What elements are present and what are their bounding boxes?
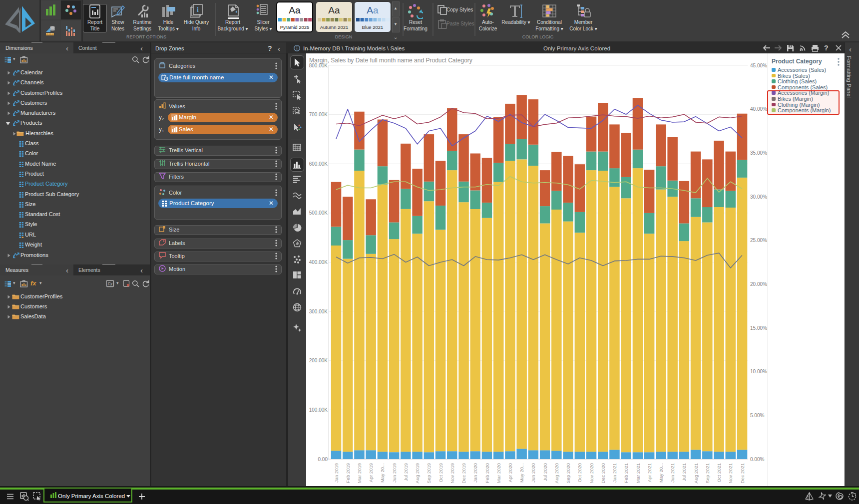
svg-text:Jan 2021: Jan 2021 [612, 463, 617, 483]
svg-text:300.00K: 300.00K [309, 309, 328, 314]
svg-text:Oct 2020: Oct 2020 [577, 463, 582, 483]
svg-text:Apr 2019: Apr 2019 [368, 463, 374, 483]
svg-text:30.00%: 30.00% [750, 194, 767, 200]
svg-text:35.00%: 35.00% [750, 150, 767, 156]
svg-text:400.00K: 400.00K [309, 259, 328, 265]
svg-text:25.00%: 25.00% [750, 238, 767, 243]
svg-text:i: i [197, 6, 199, 13]
svg-text:40.00%: 40.00% [750, 106, 767, 112]
svg-text:Feb 2020: Feb 2020 [484, 463, 490, 483]
svg-text:0.00: 0.00 [318, 457, 328, 462]
svg-text:5.00%: 5.00% [750, 413, 764, 418]
svg-text:10.00%: 10.00% [750, 369, 767, 374]
svg-text:20.00%: 20.00% [750, 281, 767, 287]
svg-text:Dec 2021: Dec 2021 [740, 463, 745, 484]
svg-text:Apr 2021: Apr 2021 [647, 463, 652, 483]
svg-text:Sep 2021: Sep 2021 [705, 463, 710, 484]
svg-text:Jan 2020: Jan 2020 [472, 463, 478, 483]
svg-text:Dec 2019: Dec 2019 [461, 463, 466, 484]
svg-text:500.00K: 500.00K [309, 210, 328, 216]
svg-text:Jun 2019: Jun 2019 [392, 463, 397, 483]
svg-text:Dec 2020: Dec 2020 [600, 463, 606, 484]
svg-text:Jul 2020: Jul 2020 [542, 463, 548, 481]
svg-text:Jul 2021: Jul 2021 [681, 463, 687, 481]
svg-text:0.00%: 0.00% [750, 457, 764, 462]
svg-text:200.00K: 200.00K [309, 358, 328, 363]
svg-text:Fx: Fx [107, 281, 112, 286]
svg-text:Feb 2021: Feb 2021 [623, 463, 629, 483]
svg-text:Aug 2021: Aug 2021 [693, 463, 699, 484]
svg-text:Nov 2019: Nov 2019 [449, 463, 455, 484]
svg-text:May 20...: May 20... [519, 463, 524, 483]
svg-text:Nov 2020: Nov 2020 [589, 463, 594, 484]
svg-text:May 20...: May 20... [658, 463, 664, 483]
svg-text:15.00%: 15.00% [750, 325, 767, 331]
svg-text:Nov 2021: Nov 2021 [728, 463, 733, 484]
svg-text:May 20...: May 20... [380, 463, 385, 483]
svg-text:100.00K: 100.00K [309, 407, 328, 413]
svg-text:Oct 2019: Oct 2019 [438, 463, 443, 483]
svg-text:Sep 2019: Sep 2019 [426, 463, 431, 484]
svg-text:600.00K: 600.00K [309, 161, 328, 167]
svg-text:Apr 2020: Apr 2020 [507, 463, 513, 483]
svg-text:Jul 2019: Jul 2019 [403, 463, 409, 481]
svg-text:Jan 2019: Jan 2019 [334, 463, 339, 483]
svg-text:45.00%: 45.00% [750, 63, 767, 68]
svg-text:Aug 2019: Aug 2019 [415, 463, 420, 484]
svg-text:Jun 2021: Jun 2021 [670, 463, 675, 483]
svg-text:Feb 2019: Feb 2019 [345, 463, 351, 483]
svg-text:Mar 2021: Mar 2021 [635, 463, 641, 483]
svg-text:Sep 2020: Sep 2020 [565, 463, 571, 484]
svg-text:Mar 2019: Mar 2019 [357, 463, 362, 483]
svg-text:Jun 2020: Jun 2020 [530, 463, 536, 483]
svg-text:Oct 2021: Oct 2021 [716, 463, 722, 483]
svg-text:800.00K: 800.00K [309, 63, 328, 68]
svg-text:700.00K: 700.00K [309, 112, 328, 117]
svg-text:Mar 2020: Mar 2020 [496, 463, 501, 483]
svg-text:Aug 2020: Aug 2020 [554, 463, 559, 484]
